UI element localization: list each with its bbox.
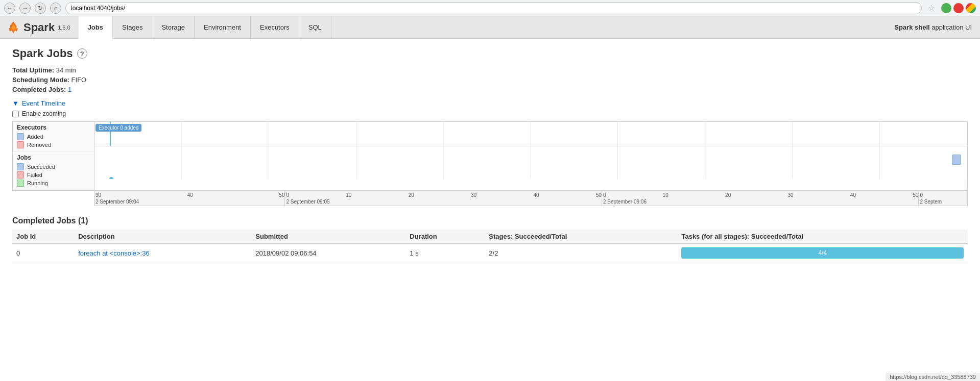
grid-line-6: [531, 122, 618, 146]
event-timeline-toggle[interactable]: ▼ Event Timeline: [12, 99, 968, 107]
legend-added-label: Added: [27, 134, 43, 140]
tick: 0: [286, 192, 289, 198]
job-bar-0: [952, 155, 961, 165]
jobs-table: Job Id Description Submitted Duration St…: [12, 230, 968, 262]
jobs-grid-line-3: [269, 146, 356, 179]
axis-ticks-1: 30 40 50: [95, 192, 284, 198]
timeline-chart: Executor 0 added: [94, 122, 967, 179]
failed-swatch: [17, 171, 24, 179]
jobs-grid-line-1: [94, 146, 182, 179]
col-submitted: Submitted: [251, 230, 405, 244]
axis-ticks-4: 0: [920, 192, 967, 198]
nav-tab-storage[interactable]: Storage: [152, 16, 195, 39]
extension-icon-red[interactable]: [953, 3, 964, 13]
nav-tab-sql[interactable]: SQL: [299, 16, 331, 39]
job-description-cell: foreach at <console>:36: [74, 244, 251, 262]
axis-section-4: 0 2 Septem: [919, 191, 967, 206]
nav-tab-stages[interactable]: Stages: [113, 16, 152, 39]
col-description: Description: [74, 230, 251, 244]
added-swatch: [17, 133, 24, 140]
jobs-grid-line-7: [618, 146, 705, 179]
scheduling-mode-value: FIFO: [71, 76, 87, 84]
total-uptime-value: 34 min: [56, 66, 76, 74]
completed-jobs-label: Completed Jobs:: [12, 86, 66, 93]
jobs-timeline-row: [94, 146, 967, 179]
grid-line-2: [182, 122, 269, 146]
axis-ticks-2: 0 10 20 30 40 50: [286, 192, 601, 198]
browser-icons: [941, 3, 976, 13]
enable-zooming-row: Enable zooming: [12, 110, 968, 117]
legend-succeeded-label: Succeeded: [27, 164, 55, 170]
legend-running: Running: [17, 180, 90, 187]
col-stages: Stages: Succeeded/Total: [485, 230, 677, 244]
jobs-legend-section: Jobs Succeeded Failed Running: [13, 152, 94, 190]
executors-legend-section: Executors Added Removed: [13, 122, 94, 152]
axis-section-2: 0 10 20 30 40 50 2 September 09:05: [285, 191, 602, 206]
page-title-row: Spark Jobs ?: [12, 47, 968, 60]
axis-ticks-3: 0 10 20 30 40 50: [603, 192, 918, 198]
grid-line-4: [356, 122, 444, 146]
axis-section-1: 30 40 50 2 September 09:04: [94, 191, 285, 206]
axis-date-4: 2 Septem: [920, 199, 967, 205]
legend-removed-label: Removed: [27, 142, 51, 148]
spark-logo: Spark 1.6.0: [6, 20, 70, 35]
job-description-link[interactable]: foreach at <console>:36: [78, 249, 150, 257]
jobs-grid-line-2: [182, 146, 269, 179]
url-bar[interactable]: [65, 2, 922, 14]
job-tasks-cell: 4/4: [677, 244, 968, 262]
grid-line-8: [705, 122, 793, 146]
running-swatch: [17, 180, 24, 187]
nav-tab-jobs[interactable]: Jobs: [79, 16, 113, 39]
axis-date-1: 2 September 09:04: [95, 199, 284, 205]
succeeded-swatch: [17, 163, 24, 170]
timeline-axis: 30 40 50 2 September 09:04 0 10 20 30 40…: [94, 191, 968, 206]
tick: 40: [533, 192, 539, 198]
enable-zooming-checkbox[interactable]: [12, 111, 19, 117]
completed-jobs-header: Completed Jobs (1): [12, 216, 968, 225]
extension-icon-green[interactable]: [941, 3, 951, 13]
app-info: Spark shell application UI: [894, 23, 980, 31]
spark-flame-icon: [6, 20, 20, 35]
nav-tab-executors[interactable]: Executors: [251, 16, 299, 39]
col-tasks: Tasks (for all stages): Succeeded/Total: [677, 230, 968, 244]
tick: 0: [603, 192, 606, 198]
jobs-grid-line-5: [444, 146, 531, 179]
grid-line-5: [444, 122, 531, 146]
forward-button[interactable]: →: [19, 3, 31, 14]
event-timeline-label: Event Timeline: [22, 99, 65, 107]
job-stages-cell: 2/2: [485, 244, 677, 262]
back-button[interactable]: ←: [4, 3, 15, 14]
tick: 10: [663, 192, 668, 198]
extension-icon-multi[interactable]: [966, 3, 976, 13]
main-content: Spark Jobs ? Total Uptime: 34 min Schedu…: [0, 39, 980, 270]
tick: 20: [409, 192, 414, 198]
job-id-cell: 0: [12, 244, 74, 262]
table-header-row: Job Id Description Submitted Duration St…: [12, 230, 968, 244]
tick: 50: [596, 192, 602, 198]
completed-jobs-row: Completed Jobs: 1: [12, 86, 968, 93]
help-badge[interactable]: ?: [77, 48, 87, 59]
refresh-button[interactable]: ↻: [35, 3, 46, 14]
tick: 20: [725, 192, 731, 198]
completed-jobs-link[interactable]: 1: [68, 86, 71, 93]
home-button[interactable]: ⌂: [50, 3, 61, 14]
removed-swatch: [17, 141, 24, 148]
axis-section-3: 0 10 20 30 40 50 2 September 09:06: [602, 191, 919, 206]
tick: 10: [346, 192, 351, 198]
axis-date-2: 2 September 09:05: [286, 199, 601, 205]
scheduling-mode-label: Scheduling Mode:: [12, 76, 69, 84]
table-row: 0foreach at <console>:362018/09/02 09:06…: [12, 244, 968, 262]
tick: 30: [787, 192, 793, 198]
total-uptime-label: Total Uptime:: [12, 66, 54, 74]
enable-zooming-label: Enable zooming: [22, 110, 66, 117]
job-duration-cell: 1 s: [405, 244, 485, 262]
completed-jobs-section: Completed Jobs (1) Job Id Description Su…: [12, 216, 968, 262]
nav-tab-environment[interactable]: Environment: [195, 16, 251, 39]
executor-added-tooltip: Executor 0 added: [95, 124, 141, 132]
jobs-grid-line-8: [705, 146, 793, 179]
grid-line-3: [269, 122, 356, 146]
grid-line-10: [880, 122, 967, 146]
executor-timeline-row: Executor 0 added: [94, 122, 967, 146]
bookmark-star-icon[interactable]: ☆: [928, 3, 935, 13]
triangle-down-icon: ▼: [12, 99, 19, 107]
